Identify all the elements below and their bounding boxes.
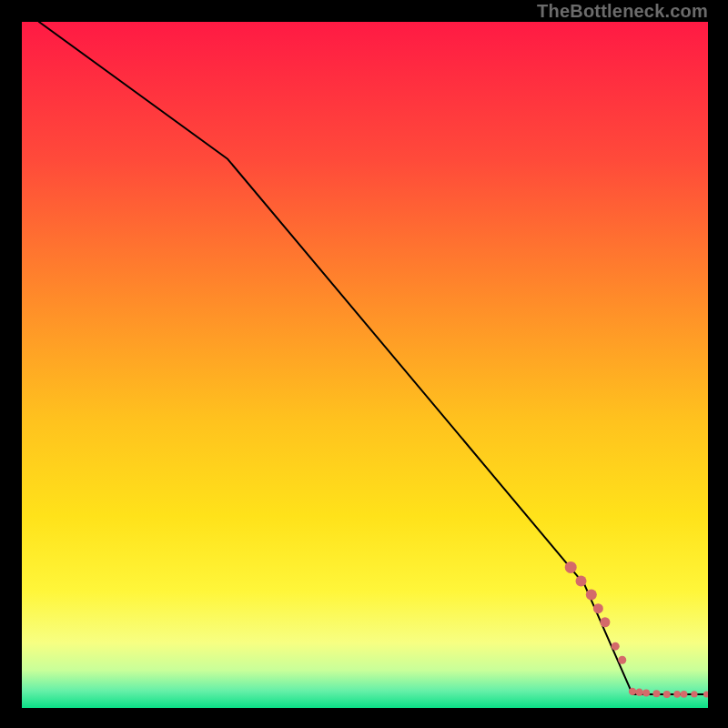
plot-area: [22, 22, 708, 708]
data-point: [642, 689, 650, 696]
marker-group: [565, 561, 708, 698]
data-point: [618, 656, 626, 664]
chart-stage: TheBottleneck.com: [0, 0, 728, 728]
data-point: [681, 691, 688, 698]
data-point: [593, 603, 603, 613]
data-point: [635, 688, 642, 695]
data-point: [576, 576, 587, 587]
watermark-text: TheBottleneck.com: [537, 2, 708, 20]
chart-svg: [22, 22, 708, 708]
data-point: [663, 691, 671, 698]
data-point: [565, 561, 577, 573]
curve-line: [39, 22, 708, 694]
data-point: [612, 642, 620, 651]
data-point: [600, 617, 610, 627]
data-point: [673, 691, 681, 698]
data-point: [703, 691, 708, 697]
data-point: [652, 690, 660, 697]
data-point: [586, 590, 597, 601]
data-point: [629, 688, 636, 695]
data-point: [691, 691, 697, 697]
